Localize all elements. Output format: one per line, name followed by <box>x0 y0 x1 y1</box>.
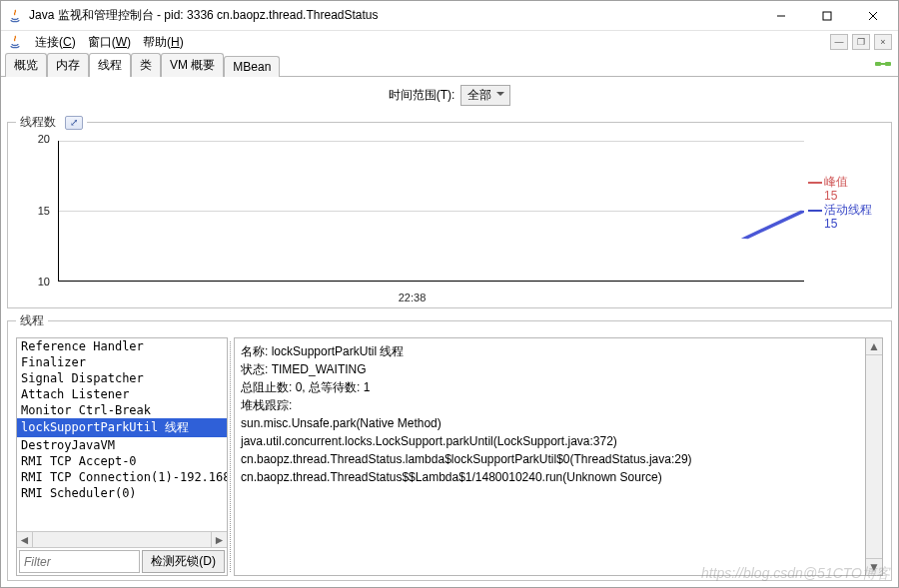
legend-active-value: 15 <box>808 217 883 231</box>
thread-detail-panel: 名称: lockSupportParkUtil 线程状态: TIMED_WAIT… <box>234 337 866 576</box>
titlebar: Java 监视和管理控制台 - pid: 3336 cn.baopz.threa… <box>1 1 898 31</box>
tab-内存[interactable]: 内存 <box>47 53 89 77</box>
thread-count-legend: 线程数 ⤢ <box>16 114 87 131</box>
list-item[interactable]: RMI TCP Connection(1)-192.168. <box>17 469 227 485</box>
thread-list-hscrollbar[interactable]: ◄ ► <box>17 531 227 547</box>
java-icon <box>7 34 23 50</box>
y-tick: 10 <box>38 276 50 288</box>
detail-line: 总阻止数: 0, 总等待数: 1 <box>241 378 859 396</box>
detail-line: cn.baopz.thread.ThreadStatus.lambda$lock… <box>241 450 859 468</box>
list-item[interactable]: Monitor Ctrl-Break <box>17 402 227 418</box>
detail-line: java.util.concurrent.locks.LockSupport.p… <box>241 432 859 450</box>
threads-legend: 线程 <box>16 312 48 329</box>
mdi-minimize-button[interactable]: — <box>830 34 848 50</box>
chart-legend: 峰值 15 活动线程 15 <box>808 139 883 303</box>
svg-rect-1 <box>823 12 831 20</box>
list-item[interactable]: DestroyJavaVM <box>17 437 227 453</box>
detail-line: 名称: lockSupportParkUtil 线程 <box>241 342 859 360</box>
detect-deadlock-button[interactable]: 检测死锁(D) <box>142 550 225 573</box>
tab-线程[interactable]: 线程 <box>89 53 131 77</box>
list-item[interactable]: Reference Handler <box>17 338 227 354</box>
app-window: Java 监视和管理控制台 - pid: 3336 cn.baopz.threa… <box>0 0 899 588</box>
list-item[interactable]: Signal Dispatcher <box>17 370 227 386</box>
list-item[interactable]: RMI TCP Accept-0 <box>17 453 227 469</box>
y-tick: 20 <box>38 133 50 145</box>
list-item[interactable]: Finalizer <box>17 354 227 370</box>
list-item[interactable]: lockSupportParkUtil 线程 <box>17 418 227 437</box>
svg-line-7 <box>744 211 804 239</box>
time-range-label: 时间范围(T): <box>389 87 455 104</box>
thread-chart: 101520 22:38 <box>16 139 808 303</box>
maximize-button[interactable] <box>804 1 850 30</box>
tab-VM 概要[interactable]: VM 概要 <box>161 53 224 77</box>
menu-connect[interactable]: 连接(C) <box>29 32 82 53</box>
detail-line: 堆栈跟踪: <box>241 396 859 414</box>
chart-x-label: 22:38 <box>399 292 427 303</box>
thread-list[interactable]: Reference HandlerFinalizerSignal Dispatc… <box>17 338 227 531</box>
legend-peak-label: 峰值 <box>824 175 848 189</box>
java-icon <box>7 8 23 24</box>
detail-vscrollbar[interactable]: ▲ ▼ <box>866 337 883 576</box>
time-range-row: 时间范围(T): 全部 <box>7 81 892 110</box>
svg-rect-5 <box>885 62 891 66</box>
thread-list-panel: Reference HandlerFinalizerSignal Dispatc… <box>16 337 228 576</box>
scroll-down-icon[interactable]: ▼ <box>866 558 882 575</box>
scroll-right-icon[interactable]: ► <box>211 532 227 547</box>
scroll-up-icon[interactable]: ▲ <box>866 338 882 355</box>
detail-line: 状态: TIMED_WAITING <box>241 360 859 378</box>
menu-help[interactable]: 帮助(H) <box>137 32 190 53</box>
detail-line: cn.baopz.thread.ThreadStatus$$Lambda$1/1… <box>241 468 859 486</box>
list-item[interactable]: RMI Scheduler(0) <box>17 485 227 501</box>
thread-count-panel: 线程数 ⤢ 101520 22:38 峰值 <box>7 114 892 308</box>
legend-peak-value: 15 <box>808 189 883 203</box>
time-range-select[interactable]: 全部 <box>460 85 510 106</box>
y-tick: 15 <box>38 205 50 217</box>
thread-filter-input[interactable] <box>19 550 140 573</box>
connection-status-icon <box>874 56 892 72</box>
menu-window[interactable]: 窗口(W) <box>82 32 137 53</box>
close-button[interactable] <box>850 1 896 30</box>
chart-plot-area <box>58 141 804 282</box>
expand-chart-button[interactable]: ⤢ <box>65 116 83 130</box>
tab-类[interactable]: 类 <box>131 53 161 77</box>
splitter[interactable] <box>228 337 234 576</box>
scroll-left-icon[interactable]: ◄ <box>17 532 33 547</box>
tab-概览[interactable]: 概览 <box>5 53 47 77</box>
tab-content: 时间范围(T): 全部 线程数 ⤢ 101520 22: <box>1 77 898 587</box>
tabstrip: 概览内存线程类VM 概要MBean <box>1 53 898 77</box>
tab-MBean[interactable]: MBean <box>224 56 280 77</box>
mdi-restore-button[interactable]: ❐ <box>852 34 870 50</box>
legend-active-label: 活动线程 <box>824 203 872 217</box>
window-title: Java 监视和管理控制台 - pid: 3336 cn.baopz.threa… <box>29 7 758 24</box>
menubar: 连接(C) 窗口(W) 帮助(H) — ❐ × <box>1 31 898 53</box>
detail-line: sun.misc.Unsafe.park(Native Method) <box>241 414 859 432</box>
list-item[interactable]: Attach Listener <box>17 386 227 402</box>
thread-count-legend-text: 线程数 <box>20 115 56 129</box>
threads-panel: 线程 Reference HandlerFinalizerSignal Disp… <box>7 312 892 581</box>
mdi-close-button[interactable]: × <box>874 34 892 50</box>
svg-rect-4 <box>875 62 881 66</box>
minimize-button[interactable] <box>758 1 804 30</box>
